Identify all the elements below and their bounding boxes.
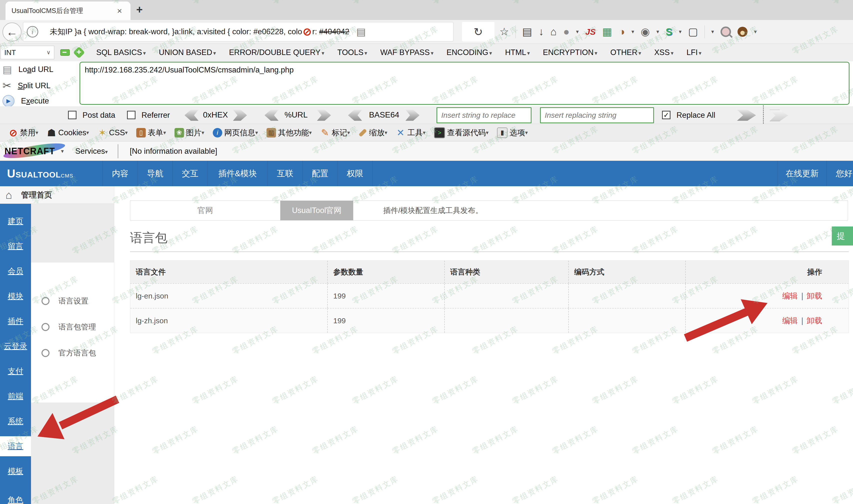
radio-icon[interactable] (41, 323, 50, 331)
palette-icon[interactable]: ◑ (618, 26, 625, 37)
url-bar[interactable]: i 未知IP }a { word-wrap: break-word, }a:li… (23, 22, 454, 41)
menu-sql-basics[interactable]: SQL BASICS▾ (96, 48, 146, 57)
menu-tools[interactable]: TOOLS▾ (337, 48, 367, 57)
downloads-icon[interactable]: ↓ (539, 26, 544, 37)
admin-home-link[interactable]: ⌂ 管理首页 (0, 186, 114, 204)
referrer-checkbox[interactable] (127, 111, 135, 119)
menu-html[interactable]: HTML▾ (505, 48, 530, 57)
nav-navigation[interactable]: 导航 (138, 161, 173, 186)
radio-language-pack-manage[interactable]: 语言包管理 (31, 318, 114, 336)
chevron-down-icon[interactable]: ▾ (679, 29, 682, 35)
page-tool-icon[interactable]: ▢ (688, 26, 698, 37)
chevron-down-icon[interactable]: ▾ (711, 29, 714, 35)
url-decode-arrow[interactable] (265, 110, 278, 121)
sidebar-item-build-page[interactable]: 建页 (0, 211, 31, 231)
radio-official-language-pack[interactable]: 官方语言包 (31, 344, 114, 362)
tab-official-site[interactable]: 官网 (130, 201, 280, 220)
execute-button[interactable]: Execute (21, 96, 49, 106)
sidebar-item-members[interactable]: 会员 (0, 261, 31, 281)
webdev-viewsource[interactable]: >查看源代码▾ (434, 127, 489, 138)
menu-encryption[interactable]: ENCRYPTION▾ (543, 48, 598, 57)
chevron-down-icon[interactable]: ▾ (656, 29, 659, 35)
nav-content[interactable]: 内容 (103, 161, 138, 186)
menu-lfi[interactable]: LFI▾ (687, 48, 702, 57)
new-tab-button[interactable]: + (136, 3, 143, 16)
replace-secondary-arrow[interactable] (769, 110, 788, 121)
reload-button[interactable]: ↻ (462, 22, 494, 41)
greeting-label[interactable]: 您好 (827, 161, 853, 186)
hex-decode-arrow[interactable] (184, 110, 199, 121)
nav-interconnect[interactable]: 互联 (268, 161, 303, 186)
sidebar-item-modules[interactable]: 模块 (0, 286, 31, 306)
post-data-checkbox[interactable] (68, 111, 76, 119)
webdev-forms[interactable]: ▯表单▾ (136, 127, 166, 138)
base64-encode-arrow[interactable] (405, 110, 419, 121)
tab-close-icon[interactable]: × (114, 6, 125, 16)
replace-all-checkbox[interactable]: ✓ (662, 111, 671, 119)
nav-permission[interactable]: 权限 (338, 161, 373, 186)
chevron-down-icon[interactable]: ▾ (576, 29, 579, 35)
unload-link[interactable]: 卸载 (807, 291, 822, 301)
netcraft-logo[interactable]: NETCRAFT (4, 144, 55, 158)
webdev-outline[interactable]: ✎标记▾ (320, 127, 350, 138)
replace-search-input[interactable] (436, 107, 531, 123)
sidebar-item-roles[interactable]: 角色 (0, 490, 31, 504)
online-update-link[interactable]: 在线更新 (778, 161, 827, 186)
base64-decode-arrow[interactable] (348, 110, 362, 121)
webdev-tools[interactable]: ✕工具▾ (396, 127, 425, 138)
webdev-cookies[interactable]: ☗Cookies▾ (47, 128, 89, 138)
tab-usualtool-site[interactable]: UsualTool官网 (280, 201, 353, 220)
edit-link[interactable]: 编辑 (782, 316, 798, 326)
js-toggle-icon[interactable]: JS (585, 27, 596, 37)
magnifier-icon[interactable] (721, 26, 731, 37)
radio-language-settings[interactable]: 语言设置 (31, 292, 114, 310)
menu-xss[interactable]: XSS▾ (654, 48, 673, 57)
split-url-row[interactable]: ✂ Split URL (2, 79, 51, 92)
collapse-icon[interactable] (60, 49, 70, 56)
cms-logo[interactable]: Usualtoolcms (7, 167, 73, 180)
sidebar-item-payment[interactable]: 支付 (0, 361, 31, 381)
menu-encoding[interactable]: ENCODING▾ (447, 48, 492, 57)
chevron-down-icon[interactable]: ▾ (61, 148, 64, 155)
webdev-options[interactable]: ▮选项▾ (497, 127, 528, 138)
sidebar-item-messages[interactable]: 留言 (0, 236, 31, 256)
submit-button[interactable]: 提 (832, 227, 853, 246)
browser-tab[interactable]: UsualToolCMS后台管理 × (5, 1, 130, 20)
replace-with-input[interactable] (540, 107, 654, 123)
proxy-switcher-icon[interactable]: S (666, 26, 672, 37)
netcraft-services-menu[interactable]: Services▾ (75, 147, 108, 156)
webdev-css[interactable]: ✶CSS▾ (97, 128, 128, 138)
site-info-icon[interactable]: i (27, 26, 38, 37)
back-button[interactable]: ← (2, 22, 21, 41)
sidebar-item-plugins[interactable]: 插件 (0, 311, 31, 331)
split-url-button[interactable]: Split URL (18, 81, 51, 90)
webdev-disable[interactable]: ⊘禁用▾ (8, 127, 38, 138)
sidebar-item-templates[interactable]: 模板 (0, 461, 31, 481)
bookmark-star-icon[interactable]: ☆ (500, 26, 509, 37)
eye-extension-icon[interactable]: ◉ (641, 26, 650, 37)
url-encode-arrow[interactable] (317, 110, 331, 121)
load-url-row[interactable]: ▤ Load URL (2, 64, 53, 75)
hackbar-mode-select[interactable]: INT∨ (0, 46, 54, 59)
menu-other[interactable]: OTHER▾ (610, 48, 641, 57)
menu-error-double-query[interactable]: ERROR/DOUBLE QUERY▾ (229, 48, 324, 57)
sidebar-item-language[interactable]: 语言 (0, 436, 31, 456)
nav-config[interactable]: 配置 (303, 161, 338, 186)
nav-plugins-modules[interactable]: 插件&模块 (207, 161, 268, 186)
proxy-icon[interactable]: ▤ (356, 26, 366, 37)
execute-row[interactable]: ▶ Execute (2, 95, 49, 107)
chevron-down-icon[interactable]: ▾ (632, 29, 634, 35)
load-url-button[interactable]: Load URL (18, 65, 54, 74)
radio-icon[interactable] (41, 297, 50, 305)
sidebar-item-system[interactable]: 系统 (0, 411, 31, 431)
webdev-images[interactable]: ❀图片▾ (175, 127, 204, 138)
webdev-resize[interactable]: 缩放▾ (359, 127, 387, 138)
webdev-misc[interactable]: ▥其他功能▾ (267, 127, 312, 138)
home-icon[interactable]: ⌂ (550, 26, 557, 37)
nav-interaction[interactable]: 交互 (173, 161, 207, 186)
sidebar-item-frontend[interactable]: 前端 (0, 386, 31, 406)
edit-link[interactable]: 编辑 (782, 291, 798, 301)
replace-run-arrow[interactable] (737, 110, 756, 121)
hackbar-url-textarea[interactable]: http://192.168.235.242/UsualToolCMS/cmsa… (79, 62, 850, 105)
chevron-down-icon[interactable]: ▾ (754, 29, 757, 35)
